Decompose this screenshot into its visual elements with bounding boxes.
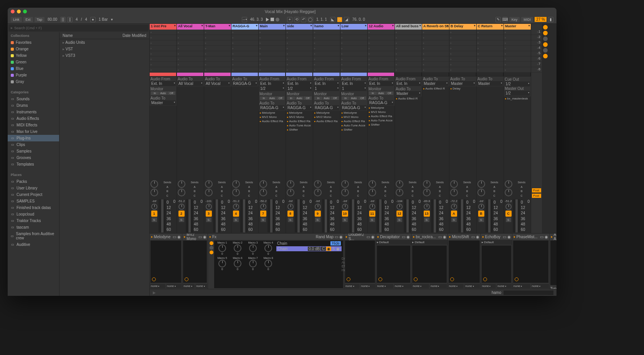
input-channel-select[interactable]: 1 xyxy=(314,86,339,91)
clip-slot[interactable] xyxy=(340,67,367,73)
clip-slot[interactable] xyxy=(231,35,258,40)
arrangement-position[interactable]: 46. 3. 3 xyxy=(249,17,264,22)
clip-slot[interactable] xyxy=(259,67,286,73)
volume-value[interactable]: -Inf xyxy=(315,199,320,203)
scene-launch-button[interactable]: 4 xyxy=(531,46,542,51)
track-header[interactable]: T-Man xyxy=(204,24,231,30)
clip-slot[interactable] xyxy=(177,40,204,46)
monitor-in-button[interactable]: In xyxy=(314,96,322,100)
pan-knob[interactable] xyxy=(396,204,403,210)
track-activator-button[interactable]: 1 xyxy=(151,211,157,217)
solo-button[interactable]: S xyxy=(206,217,211,222)
keyboard-icon[interactable]: ⌨ xyxy=(502,17,508,22)
audio-to-select[interactable]: RAGGA-G xyxy=(314,105,339,110)
track-activator-button[interactable]: 8 xyxy=(287,211,294,217)
send-knob-c[interactable] xyxy=(287,189,294,196)
clip-stop-row[interactable] xyxy=(449,73,476,76)
clip-slot[interactable] xyxy=(150,67,177,73)
send-knob-a[interactable] xyxy=(259,180,267,188)
pan-knob[interactable] xyxy=(287,204,294,210)
volume-fader[interactable] xyxy=(513,199,520,232)
audio-to-select[interactable]: Master xyxy=(423,81,448,86)
device-title-bar[interactable]: PhaseMist...▭◉ xyxy=(512,234,549,240)
clip-slot[interactable] xyxy=(340,62,367,67)
clip-stop-row[interactable] xyxy=(313,73,340,76)
clip-slot[interactable] xyxy=(259,40,286,46)
device-body[interactable] xyxy=(183,241,207,283)
send-knob-c[interactable] xyxy=(396,189,403,196)
input-channel-select[interactable]: 1 xyxy=(341,86,367,91)
device-hotswap-icon[interactable]: ◉ xyxy=(443,235,446,239)
audio-to-select[interactable]: RAGGA-G xyxy=(368,100,394,105)
punch-out-icon[interactable]: ◢ xyxy=(344,17,349,22)
track-activator-button[interactable]: 7 xyxy=(260,211,266,217)
clip-stop-row[interactable] xyxy=(368,73,395,76)
send-knob-a[interactable] xyxy=(450,180,458,188)
punch-in-icon[interactable]: ◣ xyxy=(330,17,335,22)
clip-slot[interactable] xyxy=(313,62,340,67)
collection-blue[interactable]: Blue xyxy=(8,65,59,72)
clip-slot[interactable] xyxy=(449,67,476,73)
place-item[interactable]: ▭Loopcloud xyxy=(8,211,59,217)
audio-from-select[interactable]: Ext. In xyxy=(259,81,285,86)
collection-favorites[interactable]: Favorites xyxy=(8,39,59,46)
send-knob-a[interactable] xyxy=(423,180,431,188)
track-header[interactable]: All Vocal xyxy=(177,24,204,30)
clip-slot[interactable] xyxy=(286,67,313,73)
clip-slot[interactable] xyxy=(395,46,422,51)
clip-slot[interactable] xyxy=(204,51,231,56)
clip-slot[interactable] xyxy=(204,67,231,73)
collection-orange[interactable]: Orange xyxy=(8,46,59,52)
sends-view-icon[interactable] xyxy=(543,31,548,35)
clip-slot[interactable] xyxy=(204,56,231,62)
category-sounds[interactable]: ▭Sounds xyxy=(8,96,59,102)
device-entry[interactable]: Audio Effect Ra xyxy=(340,119,367,123)
audio-to-select[interactable]: RAGGA-G xyxy=(232,81,258,86)
scene-launch-button[interactable]: 2 xyxy=(531,35,542,40)
track-header[interactable]: All send buss xyxy=(395,24,422,30)
clip-slot[interactable] xyxy=(259,35,286,40)
audio-to-select[interactable]: Master xyxy=(396,91,421,96)
maximize-icon[interactable] xyxy=(23,10,27,13)
clip-slot[interactable] xyxy=(150,40,177,46)
track-activator-button[interactable]: C xyxy=(505,211,512,217)
chain-item[interactable]: Chain0.0 dBC◉S◉ xyxy=(276,246,342,251)
clip-slot[interactable] xyxy=(231,46,258,51)
volume-fader[interactable] xyxy=(186,199,193,232)
clip-slot[interactable] xyxy=(422,62,449,67)
device-entry[interactable]: Shifter xyxy=(368,123,395,127)
clip-slot[interactable] xyxy=(477,51,504,56)
clip-slot[interactable] xyxy=(177,62,204,67)
input-channel-select[interactable]: 1/2 xyxy=(259,86,285,91)
track-header[interactable]: Main xyxy=(259,24,286,30)
audio-to-select[interactable]: Master xyxy=(477,81,503,86)
clip-stop-row[interactable] xyxy=(231,73,258,76)
device-entry[interactable]: Auto-Tune Acce xyxy=(368,118,395,123)
send-knob-a[interactable] xyxy=(178,180,185,188)
monitor-off-button[interactable]: Off xyxy=(304,96,312,100)
clip-slot[interactable] xyxy=(340,46,367,51)
clip-slot[interactable] xyxy=(150,51,177,56)
volume-value[interactable]: -104 xyxy=(396,199,403,203)
link-button[interactable]: Link xyxy=(11,17,22,22)
monitor-auto-button[interactable]: Auto xyxy=(159,91,167,95)
track-activator-button[interactable]: 4 xyxy=(233,211,239,217)
audio-to-select[interactable]: Master xyxy=(450,81,476,86)
track-activator-button[interactable]: B xyxy=(478,211,484,217)
clip-slot[interactable] xyxy=(313,51,340,56)
place-item[interactable]: ▭Traktor Tracks xyxy=(8,217,59,224)
send-knob-a[interactable] xyxy=(287,180,294,188)
chain-hotswap-icon[interactable]: ◉ xyxy=(335,247,340,251)
track-activator-button[interactable]: A xyxy=(451,211,457,217)
clip-slot[interactable] xyxy=(313,40,340,46)
send-knob-a[interactable] xyxy=(150,180,158,188)
follow-icon[interactable]: →• xyxy=(242,17,247,22)
device-title-bar[interactable]: Melodyne▭◉ xyxy=(150,234,182,240)
device-title-bar[interactable]: EchoBoy▭◉ xyxy=(481,234,512,240)
clip-stop-row[interactable] xyxy=(204,73,231,76)
clip-slot[interactable] xyxy=(477,56,504,62)
clip-slot[interactable] xyxy=(150,30,177,35)
volume-fader[interactable] xyxy=(376,199,384,232)
track-header[interactable]: 12 Audio xyxy=(368,24,395,30)
place-item[interactable]: ▭Samples from Auditive crew xyxy=(8,231,59,241)
